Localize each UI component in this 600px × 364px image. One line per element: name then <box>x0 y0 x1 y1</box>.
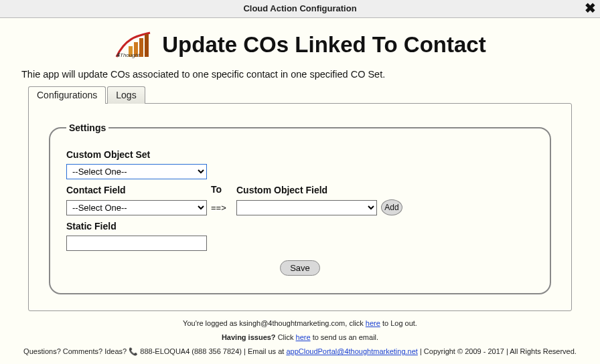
label-contact-field: Contact Field <box>66 183 207 195</box>
label-co-field: Custom Object Field <box>236 183 377 195</box>
svg-rect-3 <box>145 34 149 57</box>
save-button[interactable]: Save <box>280 260 320 276</box>
svg-rect-2 <box>139 38 143 57</box>
footer-questions-text: Questions? Comments? Ideas? <box>23 347 129 355</box>
issues-email-link[interactable]: here <box>296 333 311 341</box>
hero: 4 Thought Marketing Update COs Linked To… <box>0 18 600 69</box>
copyright-icon: © <box>457 347 463 355</box>
tab-logs[interactable]: Logs <box>107 86 145 104</box>
footer-issues-label: Having issues? <box>222 333 278 341</box>
input-static-field[interactable] <box>66 236 207 251</box>
svg-text:Thought: Thought <box>120 52 140 58</box>
tab-strip: Configurations Logs <box>28 86 572 104</box>
tab-panel-configurations: Settings Custom Object Set --Select One-… <box>28 103 572 311</box>
select-co-field[interactable] <box>236 200 377 215</box>
footer-email-link[interactable]: appCloudPortal@4thoughtmarketing.net <box>286 347 417 355</box>
footer-login-text-b: to Log out. <box>380 319 417 327</box>
select-co-set[interactable]: --Select One-- <box>66 164 207 179</box>
footer-email-label: | Email us at <box>244 347 286 355</box>
label-static-field: Static Field <box>66 219 207 232</box>
settings-fieldset: Settings Custom Object Set --Select One-… <box>49 122 551 294</box>
footer-issues-text-b: to send us an email. <box>311 333 379 341</box>
label-to: To <box>211 184 232 195</box>
settings-legend: Settings <box>66 122 108 133</box>
close-icon[interactable]: ✖ <box>585 1 596 15</box>
add-button[interactable]: Add <box>381 199 402 215</box>
window-title: Cloud Action Configuration <box>0 3 600 13</box>
label-co-set: Custom Object Set <box>66 148 207 160</box>
window-titlebar: Cloud Action Configuration ✖ <box>0 0 600 18</box>
page-title: Update COs Linked To Contact <box>162 32 485 58</box>
logout-link[interactable]: here <box>366 319 380 327</box>
phone-icon: 📞 <box>129 347 138 355</box>
footer-issues-text-a: Click <box>278 333 296 341</box>
arrow-icon: ==> <box>211 203 232 213</box>
tab-configurations[interactable]: Configurations <box>28 86 106 104</box>
logo-icon: 4 Thought Marketing <box>114 30 153 60</box>
footer-copyright-b: 2009 - 2017 | All Rights Reserved. <box>463 347 577 355</box>
footer-copyright-a: | Copyright <box>418 347 457 355</box>
footer-login-text-a: You're logged as ksingh@4thoughtmarketin… <box>183 319 366 327</box>
footer-phone: 888-ELOQUA4 (888 356 7824) <box>138 347 244 355</box>
select-contact-field[interactable]: --Select One-- <box>66 200 207 215</box>
svg-text:Marketing: Marketing <box>121 59 139 60</box>
intro-text: Thie app will update COs associated to o… <box>0 69 600 86</box>
footer: You're logged as ksingh@4thoughtmarketin… <box>0 316 600 359</box>
